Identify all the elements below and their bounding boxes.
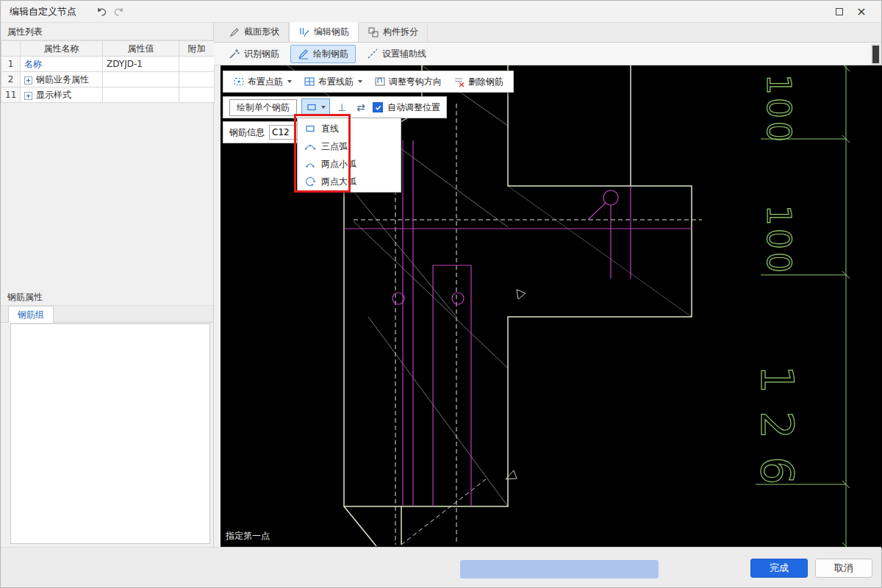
button-label: 删除钢筋 <box>468 76 503 88</box>
chevron-down-icon[interactable] <box>358 80 362 83</box>
property-name-label: 钢筋业务属性 <box>36 74 89 85</box>
column-header-extra: 附加 <box>179 41 215 57</box>
button-label: 布置线筋 <box>318 76 354 88</box>
draw-single-rebar-button[interactable]: 绘制单个钢筋 <box>229 99 297 116</box>
straight-line-icon <box>304 123 316 135</box>
property-extra-cell[interactable] <box>179 72 215 87</box>
cad-canvas[interactable]: 100 100 126 布置点筋 布置线筋 调整弯钩方向 <box>220 65 882 548</box>
tab-rebar-group[interactable]: 钢筋组 <box>8 306 54 323</box>
two-point-large-arc-icon <box>304 176 316 187</box>
point-rebar-icon <box>233 76 245 87</box>
close-glyph: × <box>856 6 866 18</box>
draw-rebar-button[interactable]: 绘制钢筋 <box>290 45 356 63</box>
undo-icon[interactable] <box>93 4 110 20</box>
arrange-toolbar: 布置点筋 布置线筋 调整弯钩方向 删除钢筋 <box>223 71 514 93</box>
main-tabbar: 截面形状 编辑钢筋 构件拆分 <box>214 23 881 43</box>
menu-item-label: 两点小弧 <box>321 158 356 171</box>
table-row: 11 显示样式 <box>1 87 215 103</box>
property-extra-cell[interactable] <box>179 87 215 103</box>
table-row: 2 钢筋业务属性 <box>1 72 215 87</box>
parallel-icon: ⇄ <box>356 101 365 113</box>
two-point-small-arc-icon <box>304 158 316 170</box>
delete-rebar-button[interactable]: 删除钢筋 <box>448 73 509 90</box>
property-name-label: 显示样式 <box>36 90 71 100</box>
ribbon-label: 设置辅助线 <box>382 48 426 60</box>
identify-rebar-button[interactable]: 识别钢筋 <box>221 45 287 63</box>
ribbon-scrollbar <box>871 44 881 65</box>
window-title: 编辑自定义节点 <box>10 5 76 18</box>
menu-item-two-point-small-arc[interactable]: 两点小弧 <box>298 155 401 173</box>
menu-item-label: 直线 <box>321 123 339 135</box>
auto-adjust-label[interactable]: 自动调整位置 <box>387 101 440 114</box>
check-icon <box>374 104 382 112</box>
row-number: 1 <box>1 57 21 72</box>
expand-plus-icon[interactable] <box>24 92 32 100</box>
chevron-down-icon[interactable] <box>287 80 292 83</box>
identify-rebar-icon <box>229 48 240 60</box>
section-shape-icon <box>229 26 240 38</box>
table-header-row: 属性名称 属性值 附加 <box>1 41 215 57</box>
rebar-properties-title: 钢筋属性 <box>1 288 213 306</box>
hook-direction-icon <box>374 76 386 87</box>
chevron-down-icon <box>321 106 326 109</box>
cancel-button[interactable]: 取消 <box>815 559 872 578</box>
rebar-group-list[interactable] <box>10 323 210 544</box>
maximize-icon[interactable] <box>828 3 850 21</box>
draw-rebar-icon <box>298 48 309 60</box>
dimension-label: 100 <box>760 74 797 145</box>
properties-panel: 属性列表 属性名称 属性值 附加 1 名称 ZDYJD-1 <box>1 23 214 548</box>
adjust-hook-direction-button[interactable]: 调整弯钩方向 <box>369 73 447 90</box>
line-type-icon <box>306 101 318 113</box>
dimension-label: 100 <box>760 205 797 276</box>
close-icon[interactable]: × <box>850 3 872 21</box>
menu-item-label: 两点大弧 <box>321 176 356 188</box>
menu-item-three-point-arc[interactable]: 三点弧 <box>298 137 401 155</box>
arrange-point-rebar-button[interactable]: 布置点筋 <box>228 73 297 90</box>
line-type-dropdown-button[interactable] <box>301 98 330 116</box>
parallel-mode-button[interactable]: ⇄ <box>354 99 368 115</box>
tab-section-shape[interactable]: 截面形状 <box>220 22 289 42</box>
menu-item-straight-line[interactable]: 直线 <box>298 120 401 137</box>
property-table: 属性名称 属性值 附加 1 名称 ZDYJD-1 2 钢筋业务属性 <box>1 40 215 103</box>
property-name-cell[interactable]: 钢筋业务属性 <box>21 72 103 87</box>
edit-custom-node-window: 编辑自定义节点 × 属性列表 属性名称 属性值 附加 <box>0 0 882 588</box>
delete-rebar-icon <box>453 76 465 87</box>
dimension-label: 126 <box>751 365 803 503</box>
scrollbar-thumb[interactable] <box>872 46 879 63</box>
titlebar: 编辑自定义节点 × <box>1 1 881 23</box>
arrange-line-rebar-button[interactable]: 布置线筋 <box>298 73 368 90</box>
menu-item-label: 三点弧 <box>321 140 348 153</box>
tab-component-split[interactable]: 构件拆分 <box>359 22 428 42</box>
rebar-info-label: 钢筋信息 <box>229 126 265 139</box>
property-value-cell[interactable] <box>103 87 179 103</box>
tab-label: 截面形状 <box>244 26 279 38</box>
redo-icon[interactable] <box>110 4 128 20</box>
rebar-info-bar: 钢筋信息 <box>223 121 308 143</box>
expand-plus-icon[interactable] <box>24 76 32 85</box>
set-aux-line-button[interactable]: 设置辅助线 <box>359 45 434 63</box>
auto-adjust-checkbox[interactable] <box>373 102 383 112</box>
finish-button[interactable]: 完成 <box>750 559 808 578</box>
notification-toast <box>460 560 659 578</box>
table-row: 1 名称 ZDYJD-1 <box>1 57 215 72</box>
button-label: 调整弯钩方向 <box>389 76 442 88</box>
rebar-group-tabstrip: 钢筋组 <box>1 306 213 323</box>
tab-edit-rebar[interactable]: 编辑钢筋 <box>289 22 359 42</box>
row-number: 11 <box>1 87 21 103</box>
property-value-cell[interactable]: ZDYJD-1 <box>103 57 179 72</box>
draw-toolbar: 绘制单个钢筋 ⊥ ⇄ 自动调整位置 <box>223 96 447 118</box>
menu-item-two-point-large-arc[interactable]: 两点大弧 <box>298 173 401 190</box>
property-list-title: 属性列表 <box>1 23 213 40</box>
three-point-arc-icon <box>304 140 316 152</box>
tab-label: 构件拆分 <box>383 26 418 38</box>
line-type-menu: 直线 三点弧 两点小弧 两点大弧 <box>297 118 401 193</box>
column-header-value: 属性值 <box>103 41 179 57</box>
property-name-cell[interactable]: 名称 <box>21 57 103 72</box>
perpendicular-mode-button[interactable]: ⊥ <box>334 99 349 115</box>
property-value-cell[interactable] <box>103 72 179 87</box>
perpendicular-icon: ⊥ <box>337 101 346 113</box>
dialog-footer: 完成 取消 <box>1 547 881 587</box>
property-name-cell[interactable]: 显示样式 <box>21 87 103 103</box>
row-number-header <box>1 41 21 57</box>
property-extra-cell[interactable] <box>179 57 215 72</box>
